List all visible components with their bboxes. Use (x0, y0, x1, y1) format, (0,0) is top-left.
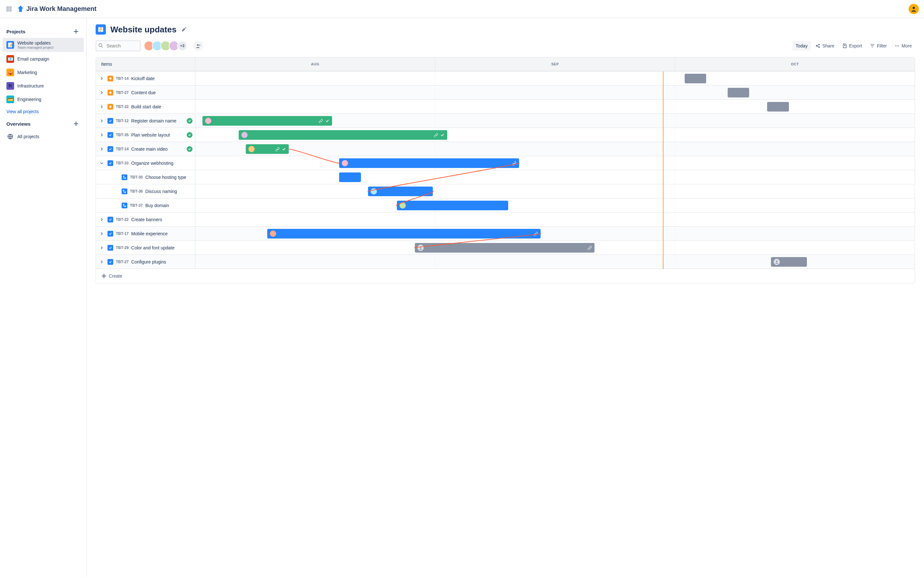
issue-key[interactable]: TBT-35 (130, 175, 143, 179)
view-all-projects-link[interactable]: View all projects (3, 106, 84, 117)
chevron-right-icon[interactable] (99, 118, 105, 124)
issue-title[interactable]: Build start date (131, 104, 161, 109)
issue-title[interactable]: Color and font update (131, 245, 174, 250)
customize-icon[interactable] (181, 27, 187, 32)
avatar-stack[interactable]: +3 (144, 41, 187, 51)
gantt-bar[interactable] (339, 158, 519, 168)
today-button[interactable]: Today (792, 41, 811, 51)
issue-key[interactable]: TBT-17 (116, 231, 129, 236)
issue-title[interactable]: Create banners (131, 217, 162, 222)
sidebar: Projects 📝 Website updatesTeam-managed p… (0, 18, 87, 577)
status-done-icon (187, 132, 192, 138)
svg-point-3 (7, 8, 8, 9)
chevron-right-icon[interactable] (99, 259, 105, 265)
filter-button[interactable]: Filter (867, 41, 890, 51)
svg-point-0 (7, 6, 8, 7)
issue-title[interactable]: Buy domain (145, 203, 169, 208)
create-row[interactable]: Create (96, 269, 915, 283)
content: Website updates +3 (87, 18, 924, 577)
timeline-row[interactable]: TBT-36 Discuss naming (96, 184, 915, 198)
task-icon (107, 132, 113, 138)
chevron-right-icon[interactable] (99, 103, 105, 110)
issue-title[interactable]: Register domain name (131, 118, 176, 123)
issue-title[interactable]: Content due (131, 90, 156, 95)
sidebar-item-project[interactable]: 💳 Engineering (3, 93, 84, 106)
gantt-bar[interactable] (767, 102, 788, 111)
issue-title[interactable]: Organize webhosting (131, 161, 174, 166)
issue-key[interactable]: TBT-32 (116, 105, 129, 109)
issue-title[interactable]: Create main video (131, 147, 168, 152)
gantt-bar[interactable] (728, 88, 749, 97)
gantt-bar[interactable] (397, 201, 509, 210)
timeline-row[interactable]: TBT-14 Kickoff date (96, 71, 915, 85)
assignee-avatar (371, 188, 377, 195)
sidebar-item-project[interactable]: 🎪 Marketing (3, 66, 84, 79)
issue-key[interactable]: TBT-33 (116, 161, 129, 165)
gantt-bar[interactable] (685, 74, 706, 83)
chevron-right-icon[interactable] (99, 230, 105, 237)
task-icon (107, 245, 113, 251)
share-button[interactable]: Share (812, 41, 837, 51)
timeline-row[interactable]: TBT-35 Plan website layout (96, 128, 915, 142)
issue-key[interactable]: TBT-37 (130, 203, 143, 208)
month-header: SEP (435, 57, 675, 71)
issue-key[interactable]: TBT-14 (116, 147, 129, 151)
timeline-row[interactable]: TBT-27 Configure plugins (96, 255, 915, 269)
timeline-row[interactable]: TBT-29 Color and font update (96, 241, 915, 255)
issue-title[interactable]: Configure plugins (131, 259, 166, 264)
gantt-bar[interactable] (246, 144, 289, 154)
issue-key[interactable]: TBT-27 (116, 90, 129, 95)
gantt-bar[interactable] (339, 172, 360, 182)
timeline-row[interactable]: TBT-17 Mobile experience (96, 227, 915, 241)
issue-key[interactable]: TBT-22 (116, 218, 129, 222)
app-logo[interactable]: Jira Work Management (17, 5, 97, 13)
chevron-right-icon[interactable] (99, 75, 105, 82)
timeline-row[interactable]: TBT-35 Choose hosting type (96, 170, 915, 184)
gantt-bar[interactable] (368, 187, 433, 196)
svg-point-12 (197, 44, 199, 46)
issue-key[interactable]: TBT-14 (116, 76, 129, 81)
sidebar-item-project[interactable]: 🛠 Infrastructure (3, 79, 84, 92)
timeline-row[interactable]: TBT-37 Buy domain (96, 198, 915, 213)
status-done-icon (187, 118, 192, 124)
timeline-row[interactable]: TBT-12 Register domain name (96, 114, 915, 128)
issue-title[interactable]: Plan website layout (131, 132, 170, 137)
issue-key[interactable]: TBT-29 (116, 245, 129, 250)
timeline-row[interactable]: TBT-14 Create main video (96, 142, 915, 156)
timeline-row[interactable]: TBT-22 Create banners (96, 213, 915, 227)
add-overview-button[interactable] (72, 120, 80, 127)
issue-title[interactable]: Choose hosting type (145, 175, 186, 180)
unassigned-avatar (417, 245, 424, 251)
issue-title[interactable]: Mobile experience (131, 231, 168, 236)
chevron-right-icon[interactable] (99, 89, 105, 96)
chevron-down-icon[interactable] (99, 160, 105, 166)
timeline-row[interactable]: TBT-27 Content due (96, 85, 915, 100)
user-avatar[interactable] (909, 4, 919, 14)
timeline-row[interactable]: TBT-32 Build start date (96, 100, 915, 114)
chevron-right-icon[interactable] (99, 146, 105, 152)
gantt-bar[interactable] (267, 229, 541, 239)
gantt-bar[interactable] (771, 257, 807, 267)
app-switcher-icon[interactable] (5, 5, 13, 13)
timeline-row[interactable]: TBT-33 Organize webhosting (96, 156, 915, 170)
add-people-button[interactable] (193, 41, 204, 51)
sidebar-item-all-projects[interactable]: All projects (3, 130, 84, 143)
issue-title[interactable]: Kickoff date (131, 76, 155, 81)
chevron-right-icon[interactable] (99, 132, 105, 138)
issue-key[interactable]: TBT-27 (116, 259, 129, 264)
link-icon (434, 133, 438, 137)
export-button[interactable]: Export (839, 41, 865, 51)
issue-key[interactable]: TBT-12 (116, 119, 129, 123)
chevron-right-icon[interactable] (99, 245, 105, 251)
gantt-bar[interactable] (415, 243, 595, 253)
sidebar-item-project[interactable]: 📧 Email campaign (3, 53, 84, 65)
more-button[interactable]: More (891, 41, 915, 51)
add-project-button[interactable] (72, 27, 80, 35)
sidebar-item-project[interactable]: 📝 Website updatesTeam-managed project (3, 38, 84, 52)
issue-key[interactable]: TBT-36 (130, 189, 143, 193)
issue-key[interactable]: TBT-35 (116, 133, 129, 137)
issue-title[interactable]: Discuss naming (145, 189, 177, 194)
gantt-bar[interactable] (202, 116, 332, 126)
chevron-right-icon[interactable] (99, 216, 105, 223)
gantt-bar[interactable] (239, 130, 447, 140)
